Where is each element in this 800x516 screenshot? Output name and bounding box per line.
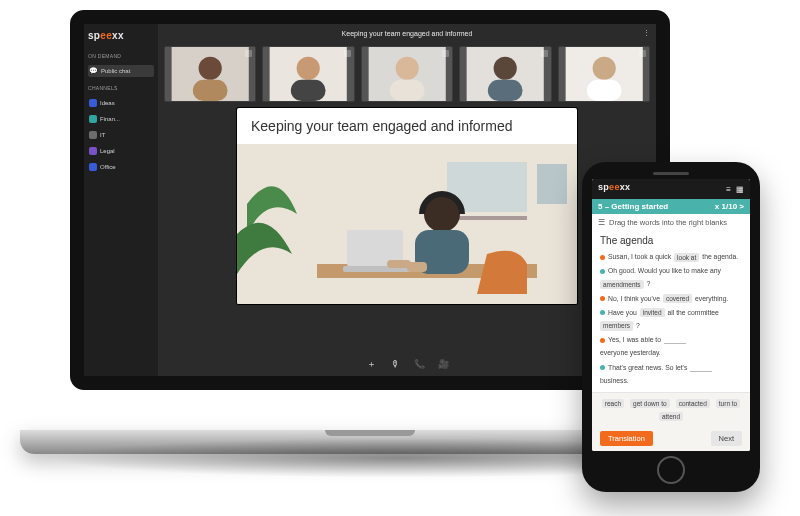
participant-tile[interactable] xyxy=(361,46,453,102)
meeting-app: speexx ON DEMAND 💬 Public chat CHANNELS … xyxy=(84,24,656,376)
instruction-text: Drag the words into the right blanks xyxy=(609,218,727,227)
mic-icon: 🎙 xyxy=(391,359,400,369)
svg-rect-8 xyxy=(390,80,425,101)
phone-topbar: speexx ≡ ▦ xyxy=(592,179,750,199)
sidebar-item-label: IT xyxy=(100,132,105,138)
sidebar: speexx ON DEMAND 💬 Public chat CHANNELS … xyxy=(84,24,158,376)
presentation-stage[interactable]: Keeping your team engaged and informed xyxy=(237,108,577,304)
word-bank: reach get down to contacted turn to atte… xyxy=(592,392,750,427)
video-icon: 🎥 xyxy=(438,359,449,369)
sidebar-item-channel[interactable]: Office xyxy=(88,161,154,173)
sidebar-item-label: Legal xyxy=(100,148,115,154)
sentence-text: Yes, I was able to xyxy=(608,335,661,345)
sentence-text: That's great news. So let's xyxy=(608,363,687,373)
tile-grid-icon xyxy=(639,50,646,57)
filled-blank[interactable]: covered xyxy=(663,294,692,303)
speaker-dot-icon xyxy=(600,365,605,370)
sidebar-item-public-chat[interactable]: 💬 Public chat xyxy=(88,65,154,77)
participant-tile[interactable] xyxy=(459,46,551,102)
draggable-word[interactable]: reach xyxy=(602,399,624,408)
exercise-heading: The agenda xyxy=(600,235,742,246)
sentence-text: Susan, I took a quick xyxy=(608,252,671,262)
sentence-text: everything. xyxy=(695,294,728,304)
participant-tile[interactable] xyxy=(262,46,354,102)
tile-grid-icon xyxy=(344,50,351,57)
participant-tile[interactable] xyxy=(164,46,256,102)
sidebar-item-channel[interactable]: IT xyxy=(88,129,154,141)
draggable-word[interactable]: get down to xyxy=(630,399,670,408)
sentence-row: Susan, I took a quick look at the agenda… xyxy=(600,252,742,262)
sentence-text: business. xyxy=(600,376,629,386)
svg-rect-14 xyxy=(586,80,621,101)
phone-speaker xyxy=(653,172,689,175)
phone-screen: speexx ≡ ▦ 5 – Getting started x 1/10 > … xyxy=(592,179,750,451)
sentence-text: Have you xyxy=(608,308,637,318)
phone-home-button[interactable] xyxy=(657,456,685,484)
chat-icon: 💬 xyxy=(89,67,98,75)
svg-point-1 xyxy=(199,57,222,80)
sidebar-item-label: Ideas xyxy=(100,100,115,106)
laptop-screen: speexx ON DEMAND 💬 Public chat CHANNELS … xyxy=(70,10,670,390)
sentence-row: Have you invited all the committee membe… xyxy=(600,308,742,331)
channel-color-icon xyxy=(89,163,97,171)
draggable-word[interactable]: turn to xyxy=(716,399,740,408)
menu-icon[interactable]: ≡ xyxy=(726,185,731,194)
sentence-row: No, I think you've covered everything. xyxy=(600,294,742,304)
sentence-text: No, I think you've xyxy=(608,294,660,304)
sidebar-section-channels: CHANNELS xyxy=(88,85,154,91)
sentence-row: Yes, I was able to everyone yesterday. xyxy=(600,335,742,358)
sentence-text: ? xyxy=(647,279,651,289)
next-button[interactable]: Next xyxy=(711,431,742,446)
svg-point-13 xyxy=(592,57,615,80)
empty-blank[interactable] xyxy=(664,336,686,344)
sentence-text: everyone yesterday. xyxy=(600,348,661,358)
speaker-dot-icon xyxy=(600,269,605,274)
svg-rect-2 xyxy=(193,80,228,101)
channel-color-icon xyxy=(89,99,97,107)
sentence-row: Oh good. Would you like to make any amen… xyxy=(600,266,742,289)
more-icon[interactable]: ⋮ xyxy=(643,29,650,37)
lesson-progress: x 1/10 > xyxy=(715,202,744,211)
participant-tile[interactable] xyxy=(558,46,650,102)
svg-rect-25 xyxy=(387,260,411,268)
speaker-dot-icon xyxy=(600,255,605,260)
drag-icon: ☰ xyxy=(598,218,605,227)
grid-icon[interactable]: ▦ xyxy=(736,185,744,194)
lesson-header[interactable]: 5 – Getting started x 1/10 > xyxy=(592,199,750,214)
svg-rect-5 xyxy=(291,80,326,101)
draggable-word[interactable]: attend xyxy=(659,412,683,421)
phone-button[interactable]: 📞 xyxy=(412,357,426,371)
translation-button[interactable]: Translation xyxy=(600,431,653,446)
add-participant-button[interactable]: ＋ xyxy=(364,357,378,371)
sidebar-item-channel[interactable]: Finan... xyxy=(88,113,154,125)
draggable-word[interactable]: contacted xyxy=(676,399,710,408)
filled-blank[interactable]: members xyxy=(600,321,633,330)
presentation-image xyxy=(237,144,577,304)
sidebar-item-label: Office xyxy=(100,164,116,170)
tile-grid-icon xyxy=(541,50,548,57)
video-toggle-button[interactable]: 🎥 xyxy=(436,357,450,371)
speaker-dot-icon xyxy=(600,296,605,301)
presentation-title: Keeping your team engaged and informed xyxy=(237,108,577,144)
svg-rect-11 xyxy=(488,80,523,101)
sidebar-item-label: Public chat xyxy=(101,68,130,74)
mic-toggle-button[interactable]: 🎙 xyxy=(388,357,402,371)
filled-blank[interactable]: look at xyxy=(674,253,699,262)
lesson-title: 5 – Getting started xyxy=(598,202,668,211)
filled-blank[interactable]: amendments xyxy=(600,280,644,289)
tile-grid-icon xyxy=(442,50,449,57)
sidebar-item-label: Finan... xyxy=(100,116,120,122)
svg-point-7 xyxy=(395,57,418,80)
sidebar-item-channel[interactable]: Ideas xyxy=(88,97,154,109)
sidebar-item-channel[interactable]: Legal xyxy=(88,145,154,157)
filled-blank[interactable]: invited xyxy=(640,308,665,317)
speaker-dot-icon xyxy=(600,310,605,315)
channel-color-icon xyxy=(89,147,97,155)
svg-point-10 xyxy=(494,57,517,80)
meeting-title: Keeping your team engaged and informed xyxy=(342,30,473,37)
exercise-body: The agenda Susan, I took a quick look at… xyxy=(592,231,750,392)
empty-blank[interactable] xyxy=(690,364,712,372)
sentence-text: ? xyxy=(636,321,640,331)
svg-rect-18 xyxy=(537,164,567,204)
svg-point-4 xyxy=(297,57,320,80)
